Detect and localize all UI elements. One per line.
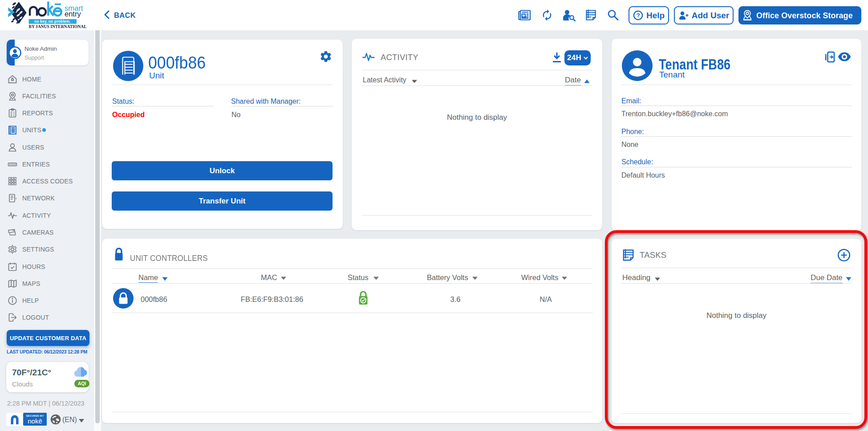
svg-text:entry: entry xyxy=(65,10,81,18)
svg-text:no key. no problem.: no key. no problem. xyxy=(34,19,71,24)
svg-text:BY JANUS INTERNATIONAL: BY JANUS INTERNATIONAL xyxy=(29,24,87,29)
svg-text:?: ? xyxy=(636,12,640,19)
